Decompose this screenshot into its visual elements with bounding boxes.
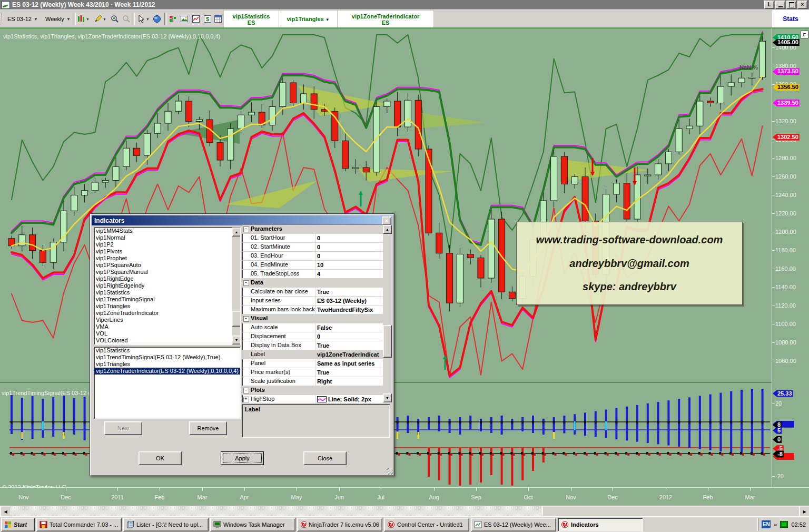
tab-vip1triangles[interactable]: vip1Triangles▼ xyxy=(279,10,338,28)
collapse-icon[interactable]: - xyxy=(243,280,249,286)
list-item[interactable]: vip1PSquareManual xyxy=(94,269,232,275)
cursor-pointer-button[interactable]: ▼ xyxy=(136,13,151,25)
property-row[interactable]: Labelvip1ZoneTraderIndicat xyxy=(242,350,383,359)
indicators-dialog[interactable]: Indicators × vip1MM4Statsvip1Normalvip1P… xyxy=(90,213,394,476)
list-item[interactable]: vip1RightEdge xyxy=(94,275,232,282)
property-row[interactable]: 01. StartHour0 xyxy=(242,234,383,243)
property-value[interactable]: Right xyxy=(315,377,383,386)
property-row[interactable]: Maximum bars look backTwoHundredFiftySix xyxy=(242,306,383,314)
price-axis[interactable]: F 1400.001380.001360.001340.001320.00130… xyxy=(772,27,809,489)
list-scrollbar[interactable]: ▲ ▼ xyxy=(232,228,240,344)
scroll-left-button[interactable]: ◀ xyxy=(0,506,11,517)
scrollbar-thumb[interactable] xyxy=(383,325,392,358)
bar-analysis-button[interactable] xyxy=(167,13,178,25)
list-item[interactable]: vip1Normal xyxy=(94,234,232,241)
property-section[interactable]: -Plots xyxy=(242,386,383,395)
list-item[interactable]: vip1P2 xyxy=(94,241,232,248)
taskbar-button[interactable]: Indicators xyxy=(558,518,643,531)
property-row[interactable]: PanelSame as input series xyxy=(242,359,383,368)
property-row[interactable]: 02. StartMinute0 xyxy=(242,243,383,252)
draw-tool-button[interactable]: ▼ xyxy=(93,13,107,25)
fixed-scale-button[interactable]: F xyxy=(801,31,808,38)
list-item[interactable]: vip1TrendTimingSignal xyxy=(94,296,232,303)
taskbar-button[interactable]: Windows Task Manager xyxy=(210,518,295,531)
list-item[interactable]: vip1Statistics xyxy=(94,289,232,296)
taskbar-button[interactable]: Total Commander 7.03 - ... xyxy=(36,518,122,531)
taskbar-button[interactable]: Control Center - Untitled1 xyxy=(384,518,469,531)
property-section[interactable]: -Visual xyxy=(242,314,383,323)
globe-button[interactable] xyxy=(152,13,162,25)
scroll-right-button[interactable]: ▶ xyxy=(799,506,809,517)
property-row[interactable]: +HighStopLine; Solid; 2px xyxy=(242,395,383,404)
property-row[interactable]: 03. EndHour0 xyxy=(242,252,383,261)
property-row[interactable]: 04. EndMinute10 xyxy=(242,261,383,270)
property-value[interactable]: False xyxy=(315,323,383,332)
language-indicator[interactable]: EN xyxy=(762,520,771,528)
property-value[interactable]: True xyxy=(315,288,383,296)
list-item[interactable]: VOLColored xyxy=(94,337,232,344)
property-row[interactable]: Scale justificationRight xyxy=(242,377,383,386)
property-value[interactable]: 4 xyxy=(315,270,383,278)
ok-button[interactable]: OK xyxy=(139,451,182,465)
property-section[interactable]: -Parameters xyxy=(242,225,383,234)
taskbar-button[interactable]: ES 03-12 (Weekly) Wee... xyxy=(471,518,556,531)
list-item[interactable]: vip1ZoneTraderIndicator xyxy=(94,310,232,317)
list-item[interactable]: vip1PSquareAuto xyxy=(94,262,232,269)
property-value[interactable]: True xyxy=(315,368,383,377)
taskbar-button[interactable]: Lister - [G:\! Need to upl... xyxy=(123,518,209,531)
dollar-button[interactable]: $ xyxy=(202,13,213,25)
data-grid-button[interactable] xyxy=(213,13,223,25)
list-item[interactable]: VMA xyxy=(94,323,232,330)
tab-stats[interactable]: Stats xyxy=(772,10,809,27)
zoom-in-button[interactable] xyxy=(110,13,120,25)
list-item[interactable]: vip1TrendTimingSignal(ES 03-12 (Weekly),… xyxy=(94,354,240,361)
list-item[interactable]: vip1Statistics xyxy=(94,347,240,354)
mini-chart-button[interactable] xyxy=(191,13,201,25)
resize-grip[interactable] xyxy=(387,468,393,475)
scroll-down-button[interactable]: ▼ xyxy=(232,336,241,344)
time-axis[interactable]: NovDec2011FebMarAprMayJunJulAugSepOctNov… xyxy=(0,487,809,506)
close-button[interactable]: Close xyxy=(303,451,347,465)
remove-button[interactable]: Remove xyxy=(189,421,227,435)
property-row[interactable]: 05. TradeStopLoss4 xyxy=(242,270,383,279)
property-value[interactable]: 0 xyxy=(315,234,383,242)
horizontal-scrollbar[interactable]: ◀ ▶ xyxy=(0,506,809,516)
list-item[interactable]: vip1Prophet xyxy=(94,255,232,262)
chart-style-button[interactable]: ▼ xyxy=(76,13,91,25)
property-row[interactable]: Calculate on bar closeTrue xyxy=(242,288,383,297)
property-value[interactable]: Same as input series xyxy=(315,359,383,368)
collapse-icon[interactable]: - xyxy=(243,316,249,322)
property-value[interactable]: 0 xyxy=(315,332,383,341)
properties-grid[interactable]: -Parameters01. StartHour002. StartMinute… xyxy=(242,224,391,403)
tray-chevron[interactable]: « xyxy=(774,521,777,528)
minimize-button[interactable] xyxy=(775,1,785,9)
period-selector[interactable]: Weekly▼ xyxy=(43,14,73,24)
dialog-close-button[interactable]: × xyxy=(382,216,391,225)
property-value[interactable]: 10 xyxy=(315,261,383,269)
expand-icon[interactable]: + xyxy=(243,397,249,402)
property-value[interactable]: True xyxy=(315,341,383,350)
property-row[interactable]: Displacement0 xyxy=(242,332,383,341)
list-item[interactable]: ViperLines xyxy=(94,317,232,323)
property-row[interactable]: Price marker(s)True xyxy=(242,368,383,377)
scroll-up-button[interactable]: ▲ xyxy=(383,225,392,234)
window-titlebar[interactable]: ES 03-12 (Weekly) Week 43/2010 - Week 11… xyxy=(0,0,809,9)
scroll-up-button[interactable]: ▲ xyxy=(232,228,241,237)
list-item[interactable]: vip1MM4Stats xyxy=(94,228,232,234)
property-value[interactable]: ES 03-12 (Weekly) xyxy=(315,297,383,305)
property-section[interactable]: -Data xyxy=(242,279,383,288)
zoom-out-button[interactable] xyxy=(121,13,132,25)
list-item[interactable]: vip1RightEdgeIndy xyxy=(94,282,232,289)
grid-scrollbar[interactable]: ▲ ▼ xyxy=(383,225,391,402)
list-item[interactable]: vip1Pivots xyxy=(94,248,232,255)
list-item[interactable]: vip1Triangles xyxy=(94,303,232,310)
connection-status-icon[interactable] xyxy=(780,521,788,528)
property-value[interactable]: Line; Solid; 2px xyxy=(315,395,383,403)
close-button[interactable]: × xyxy=(797,1,807,9)
link-button[interactable]: L xyxy=(764,1,774,9)
collapse-icon[interactable]: - xyxy=(243,388,249,393)
property-row[interactable]: Input seriesES 03-12 (Weekly) xyxy=(242,297,383,306)
property-row[interactable]: Display in Data BoxTrue xyxy=(242,341,383,350)
collapse-icon[interactable]: - xyxy=(243,226,249,232)
scroll-down-button[interactable]: ▼ xyxy=(383,393,392,402)
